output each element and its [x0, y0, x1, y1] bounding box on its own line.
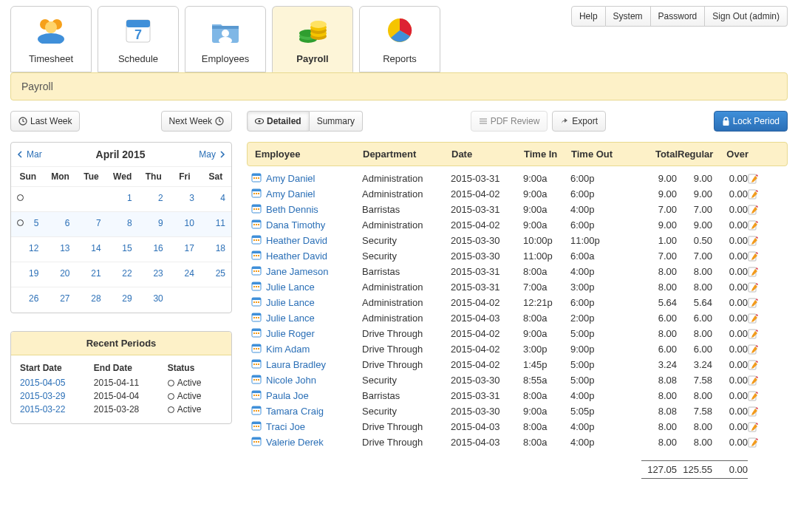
employee-link[interactable]: Tamara Craig [266, 406, 324, 417]
total-cell: 7.00 [641, 204, 677, 215]
next-week-button[interactable]: Next Week [161, 111, 232, 132]
edit-icon[interactable] [748, 251, 768, 262]
edit-icon[interactable] [748, 174, 768, 184]
cal-day[interactable]: 15 [107, 237, 138, 262]
cal-day[interactable]: 7 [76, 212, 107, 237]
period-start-link[interactable]: 2015-04-05 [20, 378, 65, 388]
edit-icon[interactable] [748, 375, 768, 386]
employee-link[interactable]: Heather David [266, 235, 327, 246]
edit-icon[interactable] [748, 437, 768, 448]
employee-link[interactable]: Julie Lance [266, 297, 315, 308]
cal-day[interactable]: 21 [76, 262, 107, 287]
date-cell: 2015-03-31 [451, 390, 523, 401]
cal-day[interactable]: 18 [200, 237, 231, 262]
edit-icon[interactable] [748, 344, 768, 355]
cal-day[interactable]: 14 [76, 237, 107, 262]
payroll-row: Amy DanielAdministration2015-04-029:00a6… [247, 186, 788, 202]
cal-day[interactable]: 29 [107, 287, 138, 313]
employee-link[interactable]: Dana Timothy [266, 219, 325, 231]
signout-button[interactable]: Sign Out (admin) [705, 6, 788, 27]
employee-link[interactable]: Valerie Derek [266, 437, 324, 448]
detailed-button[interactable]: Detailed [247, 111, 310, 132]
employee-link[interactable]: Kim Adam [266, 344, 310, 355]
svg-rect-69 [258, 286, 259, 287]
tab-reports[interactable]: Reports [359, 6, 440, 72]
cal-day[interactable]: 9 [138, 212, 169, 237]
period-end: 2015-04-11 [94, 376, 168, 389]
employee-link[interactable]: Nicole John [266, 375, 316, 386]
cal-day[interactable]: 2 [138, 187, 169, 212]
export-button[interactable]: Export [552, 111, 606, 132]
regular-cell: 8.00 [677, 282, 712, 293]
edit-icon[interactable] [748, 406, 768, 417]
edit-icon[interactable] [748, 189, 768, 200]
employee-link[interactable]: Julie Lance [266, 282, 315, 293]
employee-link[interactable]: Jane Jameson [266, 266, 329, 277]
cal-day[interactable]: 13 [44, 237, 75, 262]
cal-day[interactable]: 8 [107, 212, 138, 237]
employee-link[interactable]: Heather David [266, 250, 327, 262]
cal-day[interactable]: 4 [200, 187, 231, 212]
employee-link[interactable]: Laura Bradley [266, 359, 326, 370]
dept-cell: Barristas [362, 266, 451, 277]
edit-icon[interactable] [748, 422, 768, 432]
cal-next-month[interactable]: May [199, 149, 225, 160]
edit-icon[interactable] [748, 298, 768, 308]
tab-timesheet[interactable]: Timesheet [10, 6, 92, 72]
top-right-buttons: Help System Password Sign Out (admin) [571, 6, 788, 27]
cal-day[interactable]: 26 [11, 287, 44, 313]
cal-day[interactable]: 30 [138, 287, 169, 313]
tab-employees[interactable]: Employees [185, 6, 266, 72]
tab-payroll[interactable]: Payroll [272, 6, 353, 72]
help-button[interactable]: Help [571, 6, 606, 27]
employee-link[interactable]: Amy Daniel [266, 173, 315, 184]
cal-day[interactable]: 5 [11, 212, 44, 237]
cal-day[interactable]: 10 [169, 212, 200, 237]
cal-day[interactable]: 27 [44, 287, 75, 313]
password-button[interactable]: Password [651, 6, 706, 27]
total-cell: 6.00 [641, 313, 677, 324]
edit-icon[interactable] [748, 220, 768, 231]
cal-day[interactable]: 24 [169, 262, 200, 287]
cal-day[interactable]: 12 [11, 237, 44, 262]
regular-cell: 7.58 [677, 375, 712, 386]
cal-day[interactable]: 3 [169, 187, 200, 212]
tab-schedule[interactable]: 7 Schedule [98, 6, 179, 72]
cal-day[interactable]: 23 [138, 262, 169, 287]
summary-button[interactable]: Summary [310, 111, 363, 132]
period-start-link[interactable]: 2015-03-22 [20, 404, 65, 415]
edit-icon[interactable] [748, 329, 768, 339]
edit-icon[interactable] [748, 205, 768, 215]
system-button[interactable]: System [606, 6, 651, 27]
employee-link[interactable]: Julie Roger [266, 328, 315, 339]
edit-icon[interactable] [748, 313, 768, 324]
payroll-row: Julie RogerDrive Through2015-04-029:00a5… [247, 326, 788, 341]
cal-day[interactable]: 20 [44, 262, 75, 287]
edit-icon[interactable] [748, 360, 768, 370]
cal-day[interactable]: 16 [138, 237, 169, 262]
cal-day[interactable]: 11 [200, 212, 231, 237]
cal-day[interactable]: 22 [107, 262, 138, 287]
employee-link[interactable]: Julie Lance [266, 313, 315, 324]
date-cell: 2015-03-31 [451, 266, 523, 277]
cal-day[interactable]: 19 [11, 262, 44, 287]
employee-link[interactable]: Traci Joe [266, 421, 305, 432]
lock-period-button[interactable]: Lock Period [714, 111, 788, 132]
edit-icon[interactable] [748, 282, 768, 293]
cal-day[interactable]: 6 [44, 212, 75, 237]
employee-link[interactable]: Beth Dennis [266, 204, 318, 215]
edit-icon[interactable] [748, 236, 768, 246]
cal-prev-month[interactable]: Mar [17, 149, 42, 160]
cal-day[interactable]: 17 [169, 237, 200, 262]
employee-link[interactable]: Amy Daniel [266, 188, 315, 200]
employee-link[interactable]: Paula Joe [266, 390, 309, 401]
last-week-button[interactable]: Last Week [10, 111, 80, 132]
pdf-review-button[interactable]: PDF Review [471, 111, 548, 132]
period-start-link[interactable]: 2015-03-29 [20, 391, 65, 401]
cal-day[interactable]: 1 [107, 187, 138, 212]
cal-day[interactable]: 28 [76, 287, 107, 313]
cal-day[interactable]: 25 [200, 262, 231, 287]
svg-rect-67 [253, 286, 255, 287]
edit-icon[interactable] [748, 391, 768, 401]
edit-icon[interactable] [748, 267, 768, 277]
